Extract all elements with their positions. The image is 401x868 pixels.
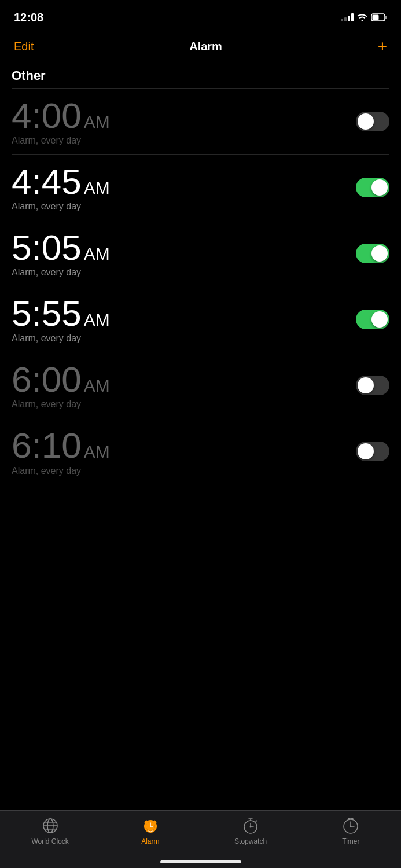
alarm-left-1: 4:45AMAlarm, every day: [12, 163, 110, 212]
alarm-toggle-knob-2: [371, 245, 388, 262]
alarm-label-3: Alarm, every day: [12, 333, 110, 344]
alarm-label-0: Alarm, every day: [12, 135, 110, 146]
alarm-label: Alarm: [141, 837, 159, 845]
alarm-ampm-0: AM: [84, 112, 110, 132]
alarm-item-4[interactable]: 6:00AMAlarm, every day: [12, 352, 389, 418]
tab-stopwatch[interactable]: Stopwatch: [201, 816, 301, 845]
alarm-left-5: 6:10AMAlarm, every day: [12, 426, 110, 476]
alarm-ampm-5: AM: [84, 442, 110, 462]
svg-point-26: [350, 826, 352, 827]
alarm-toggle-knob-4: [358, 377, 374, 393]
alarm-ampm-3: AM: [84, 310, 110, 330]
alarm-ampm-2: AM: [84, 244, 110, 264]
tab-bar: World Clock Alarm: [0, 810, 401, 868]
alarm-digits-3: 5:55: [12, 295, 82, 332]
alarm-time-3: 5:55AM: [12, 295, 110, 332]
alarm-time-4: 6:00AM: [12, 361, 110, 398]
tab-alarm[interactable]: Alarm: [100, 816, 200, 845]
alarm-digits-4: 6:00: [12, 361, 82, 398]
edit-button[interactable]: Edit: [14, 40, 34, 53]
status-bar: 12:08: [0, 0, 401, 31]
timer-label: Timer: [342, 837, 359, 845]
alarm-toggle-0[interactable]: [356, 112, 389, 131]
alarm-time-1: 4:45AM: [12, 163, 110, 200]
alarm-item-3[interactable]: 5:55AMAlarm, every day: [12, 286, 389, 352]
alarm-time-0: 4:00AM: [12, 97, 110, 134]
alarm-toggle-2[interactable]: [356, 244, 389, 263]
alarm-ampm-1: AM: [84, 178, 110, 198]
alarm-toggle-knob-0: [358, 113, 374, 130]
alarm-item-5[interactable]: 6:10AMAlarm, every day: [12, 418, 389, 484]
battery-icon: [371, 13, 387, 21]
alarm-list: 4:00AMAlarm, every day4:45AMAlarm, every…: [12, 88, 389, 484]
alarm-left-2: 5:05AMAlarm, every day: [12, 229, 110, 278]
alarm-toggle-knob-1: [371, 179, 388, 196]
tab-timer[interactable]: Timer: [301, 816, 401, 845]
wifi-icon: [357, 13, 367, 21]
alarm-digits-2: 5:05: [12, 229, 82, 266]
nav-bar: Edit Alarm +: [0, 31, 401, 64]
svg-line-22: [256, 821, 257, 822]
alarm-left-4: 6:00AMAlarm, every day: [12, 361, 110, 410]
alarm-item-0[interactable]: 4:00AMAlarm, every day: [12, 88, 389, 154]
tab-world-clock[interactable]: World Clock: [0, 816, 100, 845]
alarm-toggle-5[interactable]: [356, 442, 389, 461]
alarm-digits-1: 4:45: [12, 163, 82, 200]
alarm-digits-5: 6:10: [12, 426, 82, 464]
status-time: 12:08: [14, 11, 43, 24]
alarm-ampm-4: AM: [84, 376, 110, 396]
alarm-time-5: 6:10AM: [12, 426, 110, 464]
section-header: Other: [12, 64, 389, 87]
alarm-toggle-1[interactable]: [356, 178, 389, 197]
svg-rect-2: [373, 15, 379, 20]
alarm-label-4: Alarm, every day: [12, 399, 110, 410]
signal-icon: [341, 13, 354, 21]
stopwatch-icon: [241, 816, 260, 835]
alarm-toggle-3[interactable]: [356, 310, 389, 329]
alarm-toggle-knob-3: [371, 311, 388, 328]
alarm-digits-0: 4:00: [12, 97, 82, 134]
world-clock-label: World Clock: [31, 837, 68, 845]
svg-point-21: [250, 826, 252, 828]
add-alarm-button[interactable]: +: [378, 38, 387, 54]
alarm-item-2[interactable]: 5:05AMAlarm, every day: [12, 220, 389, 286]
page-title: Alarm: [189, 40, 222, 53]
alarm-icon: [141, 816, 160, 835]
stopwatch-label: Stopwatch: [234, 837, 267, 845]
alarm-list-container: Other 4:00AMAlarm, every day4:45AMAlarm,…: [0, 64, 401, 810]
home-indicator: [160, 860, 241, 863]
alarm-toggle-knob-5: [358, 443, 374, 459]
alarm-label-2: Alarm, every day: [12, 267, 110, 278]
status-icons: [341, 13, 387, 21]
svg-rect-1: [385, 16, 387, 19]
alarm-time-2: 5:05AM: [12, 229, 110, 266]
alarm-item-1[interactable]: 4:45AMAlarm, every day: [12, 154, 389, 220]
world-clock-icon: [41, 816, 60, 835]
alarm-toggle-4[interactable]: [356, 376, 389, 395]
alarm-label-1: Alarm, every day: [12, 201, 110, 212]
alarm-label-5: Alarm, every day: [12, 466, 110, 476]
timer-icon: [341, 816, 360, 835]
alarm-left-3: 5:55AMAlarm, every day: [12, 295, 110, 344]
alarm-left-0: 4:00AMAlarm, every day: [12, 97, 110, 146]
